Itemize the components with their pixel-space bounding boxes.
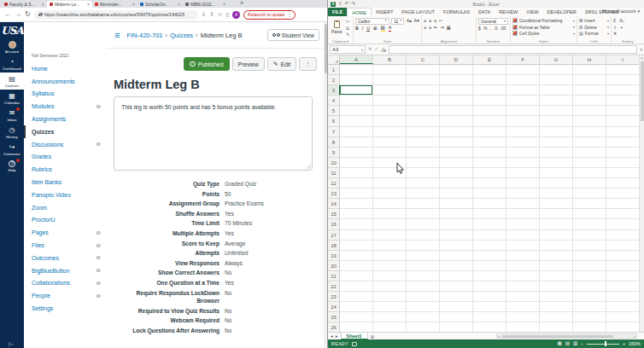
grid-cell-I18[interactable] [606,241,639,251]
grid-cell-A18[interactable] [340,241,373,251]
grid-cell-F5[interactable] [506,106,540,116]
grid-cell-H2[interactable] [573,75,606,85]
row-header-7[interactable]: 7 [328,127,340,137]
global-nav-item[interactable]: ▦ Calendar [0,90,24,107]
grid-cell-C26[interactable] [407,322,440,332]
grid-cell-A13[interactable] [340,188,373,199]
row-header-26[interactable]: 26 [328,322,340,332]
grid-cell-A11[interactable] [340,168,373,178]
grid-cell-H17[interactable] [573,230,606,241]
grid-cell-A24[interactable] [340,302,373,312]
grid-cell-F18[interactable] [506,241,540,251]
grid-cell-B9[interactable] [373,148,407,158]
browser-tab[interactable]: Faculty & S... × [2,1,47,8]
grid-cell-D25[interactable] [440,312,473,322]
grid-cell-A2[interactable] [340,75,373,85]
grid-cell-F10[interactable] [506,158,540,168]
course-nav-item[interactable]: Assignments ⊘ [24,113,107,125]
row-header-13[interactable]: 13 [328,188,340,199]
grid-cell-I9[interactable] [606,148,639,158]
grid-cell-C17[interactable] [407,230,440,241]
grid-cell-B3[interactable] [373,85,407,96]
grid-cell-B6[interactable] [373,116,407,126]
scroll-left-icon[interactable]: ◂ [498,334,500,339]
grid-cell-B2[interactable] [373,75,407,85]
edit-button[interactable]: ✎ Edit [267,57,296,71]
grid-cell-H6[interactable] [573,116,606,126]
grid-cell-B22[interactable] [373,281,407,292]
comma-format-icon[interactable]: , [490,26,491,31]
row-header-25[interactable]: 25 [328,312,340,322]
course-nav-item[interactable]: Announcements ⊘ [24,75,107,88]
align-middle-icon[interactable]: ≡ [429,18,431,23]
grid-cell-I14[interactable] [606,199,639,209]
grid-cell-D9[interactable] [440,148,473,158]
grid-cell-D6[interactable] [440,116,473,126]
find-select-icon[interactable]: ⌖ [620,25,623,30]
row-header-24[interactable]: 24 [328,302,340,312]
grid-cell-A9[interactable] [340,148,373,158]
global-nav-item[interactable]: ◔ Dashboard [0,55,24,72]
zoom-slider[interactable] [587,344,619,345]
cancel-icon[interactable]: ✕ [368,47,372,52]
align-center-icon[interactable]: ≡ [429,25,431,30]
course-nav-item[interactable]: Rubrics ⊘ [24,163,107,176]
row-header-21[interactable]: 21 [328,271,340,281]
grid-cell-G25[interactable] [540,312,573,322]
grid-cell-E17[interactable] [473,230,506,241]
grid-cell-D12[interactable] [440,178,473,188]
grid-cell-F6[interactable] [506,116,540,126]
grid-cell-E21[interactable] [473,271,506,281]
grid-cell-E4[interactable] [473,96,506,106]
course-nav-item[interactable]: Collaborations ⊘ [24,277,107,290]
row-header-12[interactable]: 12 [328,178,340,188]
cells-button[interactable]: ⊞ Insert ▾ [579,18,609,23]
grid-cell-B18[interactable] [373,241,407,251]
tab-close-icon[interactable]: × [132,2,135,7]
grid-cell-D5[interactable] [440,106,473,116]
grid-cell-F12[interactable] [506,178,540,188]
course-nav-item[interactable]: BigBlueButton ⊘ [24,264,107,277]
grid-cell-D11[interactable] [440,168,473,178]
more-options-kebab-button[interactable]: ⋮ [299,57,317,71]
tab-close-icon[interactable]: × [87,2,90,7]
grid-cell-B4[interactable] [373,96,407,106]
course-nav-item[interactable]: Panopto Video ⊘ [24,188,107,201]
grid-cell-H8[interactable] [573,137,606,148]
formula-input[interactable] [389,45,638,54]
grid-cell-A23[interactable] [340,292,373,302]
grid-cell-I24[interactable] [606,302,639,312]
browser-tab[interactable]: MBM-2022... × [183,1,228,8]
grid-cell-D23[interactable] [440,292,473,302]
grid-cell-G16[interactable] [540,219,573,229]
grid-cell-E26[interactable] [473,322,506,332]
row-header-20[interactable]: 20 [328,261,340,271]
grid-cell-E5[interactable] [473,106,506,116]
ribbon-tab[interactable]: VIEW [522,8,542,16]
back-icon[interactable]: ← [4,11,11,18]
grid-cell-I7[interactable] [606,127,639,137]
grid-cell-G13[interactable] [540,188,573,199]
resize-handle[interactable] [306,164,311,169]
grid-cell-E2[interactable] [473,75,506,85]
bold-button[interactable]: B [355,26,359,31]
grid-cell-C23[interactable] [407,292,440,302]
grid-cell-D4[interactable] [440,96,473,106]
zoom-in-icon[interactable]: + [623,341,625,346]
wrap-text-icon[interactable]: ↩ [439,18,442,23]
number-format-dropdown[interactable]: General ▾ [478,18,508,25]
grid-cell-H10[interactable] [573,158,606,168]
grid-cell-D22[interactable] [440,281,473,292]
row-header-6[interactable]: 6 [328,116,340,126]
grid-cell-H16[interactable] [573,219,606,229]
row-header-19[interactable]: 19 [328,251,340,261]
grid-cell-H11[interactable] [573,168,606,178]
grid-cell-E11[interactable] [473,168,506,178]
insert-function-icon[interactable]: fx [381,47,386,53]
grid-cell-E25[interactable] [473,312,506,322]
grid-cell-A26[interactable] [340,322,373,332]
increase-decimal-icon[interactable]: .0 [494,26,497,31]
grid-cell-C5[interactable] [407,106,440,116]
breadcrumb-item[interactable]: › Quizzes [166,32,194,39]
grid-cell-F25[interactable] [506,312,540,322]
